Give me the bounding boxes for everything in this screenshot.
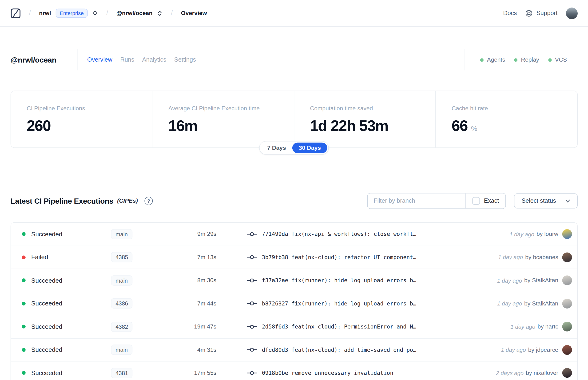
workspace-switcher-icon[interactable] (157, 10, 163, 16)
author-label: by StalkAltan (524, 300, 558, 307)
tab-runs[interactable]: Runs (120, 57, 134, 63)
status-label: Succeeded (31, 300, 62, 307)
table-row[interactable]: Succeeded 4382 19m 47s 2d58f6d3 feat(nx-… (11, 315, 577, 338)
help-icon[interactable]: ? (145, 197, 153, 205)
status-select[interactable]: Select status (514, 193, 577, 208)
workspace-tabs: Overview Runs Analytics Settings (87, 57, 196, 63)
top-nav: / nrwl Enterprise / @nrwl/ocean (0, 0, 588, 27)
breadcrumb-workspace[interactable]: @nrwl/ocean (116, 10, 153, 17)
duration-label: 9m 29s (173, 231, 216, 237)
time-ago: 1 day ago (510, 231, 534, 237)
life-ring-icon (525, 9, 533, 17)
status-dot (480, 58, 484, 61)
breadcrumb-separator: / (106, 9, 108, 17)
branch-filter-group: Exact (367, 193, 506, 209)
table-row[interactable]: Succeeded main 4m 31s dfed80d3 feat(nx-c… (11, 338, 577, 361)
workspace-header: @nrwl/ocean Overview Runs Analytics Sett… (0, 27, 588, 71)
author-label: by StalkAltan (524, 277, 558, 284)
status-label: Succeeded (31, 230, 62, 237)
nx-cloud-logo[interactable] (11, 8, 21, 18)
status-label: Succeeded (31, 323, 62, 330)
branch-badge: main (111, 275, 132, 285)
stat-card-ci-executions: CI Pipeline Executions 260 (11, 91, 152, 148)
page-title: @nrwl/ocean (11, 56, 57, 64)
branch-badge: main (111, 345, 132, 355)
commit-message: dfed80d3 feat(nx-cloud): add time-saved … (262, 347, 417, 353)
status-dot (22, 302, 26, 305)
duration-label: 4m 31s (173, 346, 216, 353)
git-commit-icon (247, 278, 257, 283)
exact-checkbox[interactable] (472, 197, 480, 205)
git-commit-icon (247, 301, 257, 306)
toggle-7-days[interactable]: 7 Days (261, 143, 292, 153)
breadcrumb-org[interactable]: nrwl (39, 10, 51, 17)
git-commit-icon (247, 324, 257, 329)
divider (77, 49, 78, 71)
user-avatar[interactable] (566, 7, 578, 19)
author-avatar (562, 229, 572, 239)
percent-suffix: % (471, 125, 477, 133)
author-label: by bcabanes (525, 254, 558, 261)
org-switcher-icon[interactable] (93, 10, 98, 16)
duration-label: 7m 13s (173, 254, 216, 261)
author-label: by nixallover (526, 370, 558, 377)
main-content: @nrwl/ocean Overview Runs Analytics Sett… (0, 27, 588, 380)
breadcrumb-separator: / (171, 9, 173, 17)
docs-link[interactable]: Docs (503, 10, 517, 17)
table-row[interactable]: Succeeded 4386 7m 44s b8726327 fix(runne… (11, 292, 577, 315)
branch-badge: 4382 (111, 322, 133, 332)
commit-message: b8726327 fix(runner): hide log upload er… (262, 301, 417, 307)
branch-badge: 4381 (111, 368, 133, 378)
feature-indicators: Agents Replay VCS (464, 49, 577, 71)
duration-label: 19m 47s (173, 323, 216, 330)
table-row[interactable]: Failed 4385 7m 13s 3b79fb38 feat(nx-clou… (11, 246, 577, 269)
time-ago: 1 day ago (497, 277, 522, 284)
time-ago: 1 day ago (497, 300, 522, 307)
branch-badge: 4385 (111, 252, 133, 262)
commit-message: f37a32ae fix(runner): hide log upload er… (262, 278, 417, 284)
breadcrumb: / nrwl Enterprise / @nrwl/ocean (11, 8, 207, 18)
support-link[interactable]: Support (525, 9, 558, 17)
table-row[interactable]: Succeeded main 9m 29s 771499da fix(nx-ap… (11, 223, 577, 246)
author-label: by lourw (536, 231, 558, 237)
divider (464, 49, 465, 71)
author-label: by nartc (537, 323, 558, 330)
commit-message: 2d58f6d3 feat(nx-cloud): PermissionError… (262, 323, 417, 330)
commit-message: 771499da fix(nx-api & workflows): close … (262, 231, 417, 237)
table-row[interactable]: Succeeded 4381 17m 55s 0918b0be remove u… (11, 362, 577, 380)
status-label: Succeeded (31, 346, 62, 353)
time-ago: 1 day ago (498, 254, 523, 260)
tab-analytics[interactable]: Analytics (142, 57, 166, 63)
time-ago: 1 day ago (501, 347, 526, 353)
toggle-30-days[interactable]: 30 Days (292, 143, 327, 153)
duration-label: 17m 55s (173, 370, 216, 377)
tab-settings[interactable]: Settings (174, 57, 196, 63)
status-dot (514, 58, 517, 61)
indicator-agents[interactable]: Agents (480, 57, 505, 63)
tab-overview[interactable]: Overview (87, 57, 113, 63)
status-dot (548, 58, 551, 61)
cipes-controls: Exact Select status (367, 193, 577, 209)
commit-message: 0918b0be remove unnecessary invalidation (262, 370, 394, 376)
breadcrumb-workspace-group: @nrwl/ocean (116, 10, 163, 17)
branch-filter-input[interactable] (368, 193, 465, 208)
author-avatar (562, 368, 572, 378)
status-label: Failed (31, 254, 48, 261)
author-avatar (562, 252, 572, 262)
nav-actions: Docs Support (503, 7, 577, 19)
status-dot (22, 371, 26, 375)
stat-card-avg-time: Average CI Pipeline Execution time 16m (152, 91, 294, 148)
breadcrumb-separator: / (29, 9, 31, 17)
breadcrumb-page: Overview (181, 10, 207, 17)
git-commit-icon (247, 232, 257, 237)
plan-badge: Enterprise (56, 8, 88, 18)
indicator-vcs[interactable]: VCS (548, 57, 567, 63)
table-row[interactable]: Succeeded main 8m 30s f37a32ae fix(runne… (11, 269, 577, 292)
git-commit-icon (247, 255, 257, 260)
git-commit-icon (247, 371, 257, 376)
commit-message: 3b79fb38 feat(nx-cloud): refactor UI com… (262, 254, 417, 260)
branch-badge: 4386 (111, 298, 133, 308)
indicator-replay[interactable]: Replay (514, 57, 539, 63)
breadcrumb-org-group: nrwl Enterprise (39, 8, 98, 18)
branch-badge: main (111, 229, 132, 239)
